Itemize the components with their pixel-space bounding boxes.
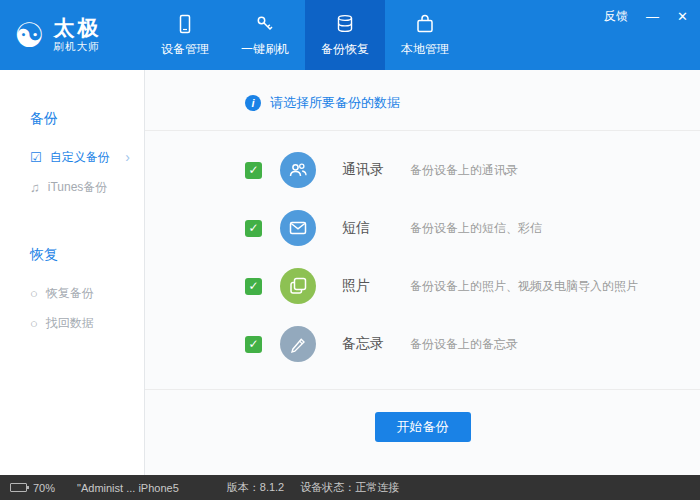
item-desc: 备份设备上的通讯录: [410, 162, 518, 179]
row-memo: ✓ 备忘录 备份设备上的备忘录: [245, 315, 700, 373]
check-icon: ✓: [248, 164, 258, 176]
feedback-link[interactable]: 反馈: [604, 8, 628, 25]
check-icon: ✓: [248, 280, 258, 292]
tab-local-management[interactable]: 本地管理: [385, 0, 465, 70]
tab-label: 本地管理: [401, 41, 449, 58]
row-sms: ✓ 短信 备份设备上的短信、彩信: [245, 199, 700, 257]
tab-label: 备份恢复: [321, 41, 369, 58]
app-title-block: 太极 刷机大师: [53, 16, 101, 54]
sidebar-section-restore: 恢复: [0, 246, 144, 264]
row-photos: ✓ 照片 备份设备上的照片、视频及电脑导入的照片: [245, 257, 700, 315]
contacts-icon: [280, 152, 316, 188]
item-name: 通讯录: [342, 161, 404, 179]
titlebar: ☯ 太极 刷机大师 设备管理 一键刷机 备份恢复 本地管理: [0, 0, 700, 70]
start-backup-button[interactable]: 开始备份: [375, 412, 471, 442]
body: 备份 ☑ 自定义备份 › ♫ iTunes备份 恢复 ○ 恢复备份 ○ 找回数据: [0, 70, 700, 475]
item-desc: 备份设备上的备忘录: [410, 336, 518, 353]
app-logo: ☯ 太极 刷机大师: [0, 0, 145, 70]
battery-percent: 70%: [33, 482, 55, 494]
sidebar-item-restore-backup[interactable]: ○ 恢复备份: [0, 278, 144, 308]
photos-icon: [280, 268, 316, 304]
row-contacts: ✓ 通讯录 备份设备上的通讯录: [245, 141, 700, 199]
checkbox-photos[interactable]: ✓: [245, 278, 262, 295]
battery-icon: [10, 483, 27, 492]
tab-label: 设备管理: [161, 41, 209, 58]
sidebar-section-backup: 备份: [0, 110, 144, 128]
minimize-button[interactable]: —: [646, 10, 659, 23]
tab-label: 一键刷机: [241, 41, 289, 58]
check-icon: ✓: [248, 338, 258, 350]
notice-bar: i 请选择所要备份的数据: [145, 70, 700, 131]
version-label: 版本：8.1.2: [227, 480, 284, 495]
window-controls: 反馈 — ✕: [604, 8, 688, 25]
sidebar-item-label: 找回数据: [46, 315, 94, 332]
device-name: "Administ ... iPhone5: [77, 482, 179, 494]
item-desc: 备份设备上的短信、彩信: [410, 220, 542, 237]
sidebar-item-custom-backup[interactable]: ☑ 自定义备份 ›: [0, 142, 144, 172]
app-subtitle: 刷机大师: [53, 40, 101, 54]
app-name: 太极: [53, 16, 101, 40]
device-icon: [174, 13, 196, 35]
checkbox-contacts[interactable]: ✓: [245, 162, 262, 179]
button-area: 开始备份: [145, 389, 700, 475]
sidebar-item-itunes-backup[interactable]: ♫ iTunes备份: [0, 172, 144, 202]
music-note-icon: ♫: [30, 181, 40, 194]
sms-icon: [280, 210, 316, 246]
close-button[interactable]: ✕: [677, 10, 688, 23]
statusbar: 70% "Administ ... iPhone5 版本：8.1.2 设备状态：…: [0, 475, 700, 500]
item-desc: 备份设备上的照片、视频及电脑导入的照片: [410, 278, 638, 295]
checkbox-memo[interactable]: ✓: [245, 336, 262, 353]
main-nav: 设备管理 一键刷机 备份恢复 本地管理: [145, 0, 465, 70]
item-name: 备忘录: [342, 335, 404, 353]
tab-device-management[interactable]: 设备管理: [145, 0, 225, 70]
info-icon: i: [245, 95, 261, 111]
sidebar-item-label: iTunes备份: [48, 179, 108, 196]
main-content: i 请选择所要备份的数据 ✓ 通讯录 备份设备上的通讯录 ✓: [145, 70, 700, 475]
checkbox-sms[interactable]: ✓: [245, 220, 262, 237]
device-status: 设备状态：正常连接: [300, 480, 399, 495]
sidebar-item-label: 自定义备份: [50, 149, 110, 166]
sidebar-item-label: 恢复备份: [46, 285, 94, 302]
circle-icon: ○: [30, 287, 38, 300]
key-icon: [254, 13, 276, 35]
item-name: 照片: [342, 277, 404, 295]
sidebar-item-recover-data[interactable]: ○ 找回数据: [0, 308, 144, 338]
item-name: 短信: [342, 219, 404, 237]
sidebar: 备份 ☑ 自定义备份 › ♫ iTunes备份 恢复 ○ 恢复备份 ○ 找回数据: [0, 70, 145, 475]
chevron-right-icon: ›: [125, 149, 130, 165]
app-window: ☯ 太极 刷机大师 设备管理 一键刷机 备份恢复 本地管理: [0, 0, 700, 500]
briefcase-icon: [414, 13, 436, 35]
database-icon: [334, 13, 356, 35]
backup-item-list: ✓ 通讯录 备份设备上的通讯录 ✓ 短信 备份设备上的短信、彩信: [145, 131, 700, 387]
notice-text: 请选择所要备份的数据: [270, 94, 400, 112]
checkbox-icon: ☑: [30, 151, 42, 164]
memo-icon: [280, 326, 316, 362]
check-icon: ✓: [248, 222, 258, 234]
circle-icon: ○: [30, 317, 38, 330]
tab-backup-restore[interactable]: 备份恢复: [305, 0, 385, 70]
taiji-logo-icon: ☯: [14, 18, 44, 52]
tab-one-key-flash[interactable]: 一键刷机: [225, 0, 305, 70]
